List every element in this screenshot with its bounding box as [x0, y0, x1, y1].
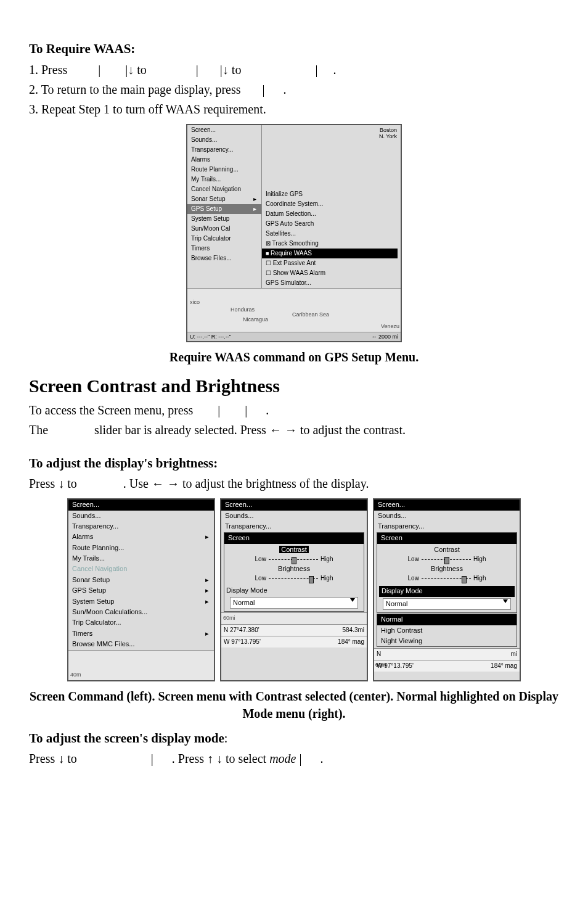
map-label: Venezu [381, 323, 399, 331]
ext-passive-ant-checkbox[interactable]: Ext Passive Ant [262, 258, 398, 268]
menu-item[interactable]: Sounds... [374, 511, 520, 521]
txt: To access the Screen menu, press [29, 403, 196, 417]
display-mode-select[interactable]: Normal [383, 598, 511, 610]
slider-thumb-icon[interactable] [462, 576, 467, 583]
step1-dot: . [333, 63, 336, 76]
sep: | [299, 752, 301, 765]
contrast-slider[interactable]: Low High [379, 554, 515, 564]
menu-item[interactable]: System Setup▸ [68, 596, 214, 607]
step2-text-a: 2. To return to the main page display, p… [29, 83, 244, 96]
display-mode-line: Press ↓ to | . Press ↑ ↓ to select mode … [29, 750, 559, 767]
menu-item[interactable]: Route Planning... [68, 543, 214, 553]
submenu-arrow-icon: ▸ [205, 575, 209, 585]
menu-item[interactable]: Sonar Setup▸ [187, 194, 261, 204]
colon: : [224, 731, 228, 745]
brightness-label: Brightness [379, 564, 515, 574]
caption-1: Require WAAS command on GPS Setup Menu. [29, 348, 559, 366]
menu-item[interactable]: Browse MMC Files... [68, 639, 214, 649]
slider-thumb-icon[interactable] [444, 557, 449, 564]
slider-line: The slider bar is already selected. Pres… [29, 421, 559, 438]
dot: . [320, 752, 323, 765]
menu-item[interactable]: GPS Setup▸ [68, 585, 214, 596]
menu-item[interactable]: My Trails... [187, 175, 261, 184]
menu-item-screen[interactable]: Screen... [374, 500, 520, 510]
menu-item[interactable]: Screen... [187, 125, 261, 135]
coords-row-1: N mi [374, 648, 520, 660]
menu-item-screen[interactable]: Screen... [68, 500, 214, 510]
menu-label: GPS Setup [191, 205, 222, 212]
menu-item[interactable]: Sounds... [187, 135, 261, 145]
brightness-line: Press ↓ to . Use ← → to adjust the brigh… [29, 475, 559, 492]
menu-item[interactable]: Sun/Moon Calculations... [68, 607, 214, 617]
box-title: Screen [377, 533, 517, 543]
display-mode-value: Normal [386, 599, 407, 609]
menu-item[interactable]: Timers [187, 244, 261, 253]
menu-item[interactable]: Trip Calculator [187, 234, 261, 244]
step-3: 3. Repeat Step 1 to turn off WAAS requir… [29, 101, 559, 118]
menu-item[interactable]: Alarms▸ [68, 532, 214, 542]
menu-item[interactable]: Transparency... [374, 521, 520, 532]
high-label: High [321, 574, 333, 583]
display-mode-value: Normal [233, 598, 255, 607]
submenu-item[interactable]: Coordinate System... [262, 199, 398, 209]
brightness-slider[interactable]: Low High [226, 574, 362, 583]
slider-thumb-icon[interactable] [309, 576, 314, 583]
screen-command-screenshot: Screen... Sounds... Transparency... Alar… [67, 498, 215, 681]
dropdown-item[interactable]: High Contrast [377, 625, 517, 636]
submenu-arrow-icon: ▸ [253, 205, 256, 213]
mode-italic: mode [269, 752, 296, 765]
contrast-slider[interactable]: Low High [226, 554, 362, 564]
display-mode-label: Display Mode [226, 586, 362, 595]
brightness-slider[interactable]: Low High [379, 574, 515, 583]
brightness-label: Brightness [226, 564, 362, 574]
menu-item[interactable]: Browse Files... [187, 253, 261, 263]
submenu-arrow-icon: ▸ [205, 586, 209, 595]
gps-simulator-item[interactable]: GPS Simulator... [262, 278, 398, 288]
map-label: Nicaragua [243, 316, 268, 324]
menu-item[interactable]: System Setup [187, 214, 261, 224]
menu-item[interactable]: Sounds... [68, 511, 214, 521]
menu-item[interactable]: Route Planning... [187, 165, 261, 175]
submenu-item[interactable]: GPS Auto Search [262, 219, 398, 229]
menu-item[interactable]: Timers▸ [68, 628, 214, 639]
submenu-item[interactable]: Datum Selection... [262, 209, 398, 219]
display-mode-dropdown[interactable]: Normal High Contrast Night Viewing [377, 614, 517, 647]
low-label: Low [255, 574, 266, 583]
coords-row-1: N 27°47.380' 584.3mi [221, 624, 367, 636]
menu-item[interactable]: My Trails... [68, 553, 214, 564]
menu-item[interactable]: Sun/Moon Cal [187, 224, 261, 234]
display-mode-menu-screenshot: Screen... Sounds... Transparency... Scre… [373, 498, 521, 681]
coord-w: W 97°13.795' [224, 638, 261, 646]
track-smoothing-checkbox[interactable]: Track Smoothing [262, 239, 398, 249]
low-label: Low [408, 574, 419, 583]
dropdown-item-normal[interactable]: Normal [377, 614, 517, 625]
slider-thumb-icon[interactable] [292, 557, 296, 564]
submenu-item[interactable]: Initialize GPS [262, 189, 398, 199]
menu-item-gps-setup[interactable]: GPS Setup▸ [187, 204, 261, 214]
submenu-item[interactable]: Satellites... [262, 229, 398, 239]
menu-item[interactable]: Cancel Navigation [187, 184, 261, 194]
high-label: High [321, 555, 333, 564]
submenu-arrow-icon: ▸ [205, 532, 209, 541]
menu-item-screen[interactable]: Screen... [221, 500, 367, 510]
menu-item[interactable]: Transparency... [68, 521, 214, 532]
tiny-mi: mi [510, 650, 517, 659]
menu-item[interactable]: Alarms [187, 155, 261, 165]
menu-item[interactable]: Transparency... [221, 521, 367, 532]
submenu-arrow-icon: ▸ [253, 195, 256, 204]
display-mode-select[interactable]: Normal [230, 597, 358, 609]
dropdown-item[interactable]: Night Viewing [377, 636, 517, 646]
menu-item[interactable]: Sonar Setup▸ [68, 575, 214, 585]
low-label: Low [408, 555, 419, 564]
gps-setup-menu-screenshot: Boston N. York Screen... Sounds... Trans… [186, 124, 402, 343]
menu-item[interactable]: Sounds... [221, 511, 367, 521]
require-waas-checkbox[interactable]: Require WAAS [262, 249, 398, 258]
sep: | [245, 403, 247, 417]
show-waas-alarm-checkbox[interactable]: Show WAAS Alarm [262, 268, 398, 278]
step1-text-c: |↓ to [125, 63, 150, 76]
dropdown-arrow-icon [350, 598, 355, 602]
menu-item[interactable]: Transparency... [187, 145, 261, 155]
map-scale: 60mi [223, 614, 235, 622]
txt: . Press ↑ ↓ to select [172, 752, 269, 765]
menu-item[interactable]: Trip Calculator... [68, 617, 214, 628]
